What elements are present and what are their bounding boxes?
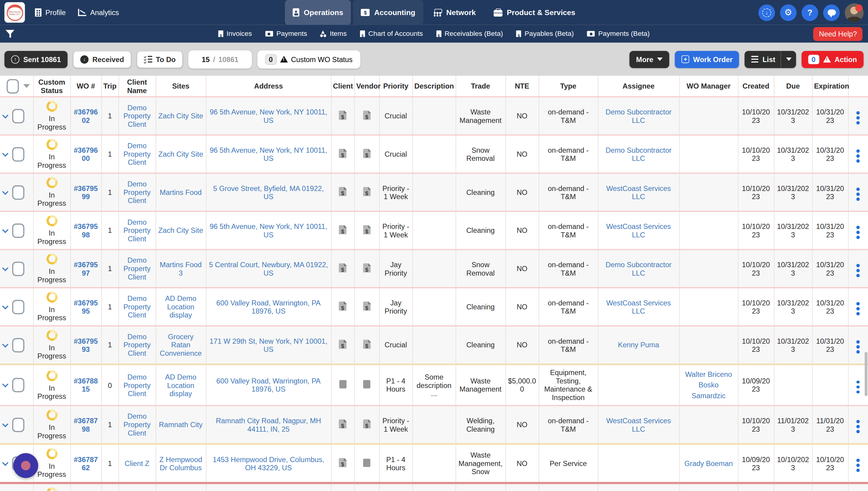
wo-number-link[interactable]: #3678815 — [74, 377, 98, 394]
row-expand-chevron-icon[interactable] — [2, 188, 8, 195]
row-kebab-menu-icon[interactable] — [857, 187, 860, 201]
site-link[interactable]: Martins Food — [160, 188, 202, 196]
address-link[interactable]: 1453 Hempwood Drive, Columbus, OH 43229,… — [213, 455, 324, 472]
action-button[interactable]: 0 Action — [802, 51, 864, 68]
need-help-button[interactable]: Need Help? — [813, 27, 863, 41]
module-tab-accounting[interactable]: Accounting — [353, 0, 423, 25]
download-button[interactable]: ↓ — [758, 4, 775, 21]
wo-number-link[interactable]: #3679598 — [74, 222, 98, 238]
assignee-link[interactable]: WestCoast Services LLC — [606, 184, 671, 201]
site-link[interactable]: Martins Food 3 — [160, 260, 202, 277]
row-kebab-menu-icon[interactable] — [857, 459, 860, 472]
client-name-link[interactable]: Demo Property Client — [123, 218, 150, 243]
assignee-link[interactable]: WestCoast Services LLC — [606, 298, 671, 315]
column-header-client-name[interactable]: Client Name — [118, 76, 156, 97]
help-button[interactable]: ? — [802, 4, 818, 21]
site-link[interactable]: Ramnath City — [159, 421, 202, 429]
row-kebab-menu-icon[interactable] — [857, 264, 860, 277]
address-link[interactable]: 96 5th Avenue, New York, NY 10011, US — [210, 108, 327, 124]
client-invoice-icon[interactable] — [339, 263, 346, 272]
row-kebab-menu-icon[interactable] — [857, 302, 860, 315]
subnav-item-invoices[interactable]: Invoices — [218, 30, 252, 38]
wo-manager-link[interactable]: Grady Boeman — [682, 458, 735, 469]
site-link[interactable]: Zach City Site — [158, 150, 203, 158]
column-header-trade[interactable]: Trade — [456, 76, 505, 97]
vendor-invoice-icon[interactable] — [363, 419, 371, 428]
site-link[interactable]: Zach City Site — [158, 226, 203, 235]
column-header-trip[interactable]: Trip — [101, 76, 118, 97]
column-header-nte[interactable]: NTE — [505, 76, 539, 97]
vendor-invoice-icon[interactable] — [363, 110, 371, 120]
subnav-item-payments[interactable]: Payments — [265, 30, 307, 38]
address-link[interactable]: 96 5th Avenue, New York, NY 10011, US — [210, 222, 327, 238]
client-invoice-icon[interactable] — [339, 148, 346, 158]
assignee-link[interactable]: WestCoast Services LLC — [606, 222, 671, 238]
client-invoice-icon[interactable] — [339, 110, 346, 120]
row-checkbox[interactable] — [12, 417, 24, 432]
vendor-invoice-icon[interactable] — [363, 148, 371, 158]
vendor-invoice-icon[interactable] — [363, 225, 371, 234]
client-invoice-icon[interactable] — [339, 225, 346, 234]
client-name-link[interactable]: Demo Property Client — [123, 256, 150, 281]
wo-number-link[interactable]: #3679597 — [74, 260, 98, 277]
row-kebab-menu-icon[interactable] — [857, 149, 860, 162]
subnav-item-chart-of-accounts[interactable]: Chart of Accounts — [360, 30, 423, 38]
sent-filter-button[interactable]: ↑ Sent 10861 — [4, 51, 67, 68]
address-link[interactable]: 96 5th Avenue, New York, NY 10011, US — [210, 146, 327, 162]
assignee-link[interactable]: Demo Subcontractor LLC — [606, 108, 672, 124]
column-header-wo-manager[interactable]: WO Manager — [679, 76, 738, 97]
client-invoice-icon[interactable] — [339, 187, 346, 196]
row-kebab-menu-icon[interactable] — [857, 340, 860, 353]
wo-number-link[interactable]: #3678762 — [74, 455, 98, 472]
wo-number-link[interactable]: #3678798 — [74, 416, 98, 433]
client-name-link[interactable]: Demo Property Client — [123, 294, 150, 319]
vendor-invoice-icon[interactable] — [363, 263, 371, 272]
client-invoice-icon[interactable] — [339, 340, 346, 349]
address-link[interactable]: 5 Grove Street, Byfield, MA 01922, US — [213, 184, 324, 201]
client-invoice-icon[interactable] — [339, 419, 346, 428]
module-tab-network[interactable]: Network — [425, 0, 483, 25]
custom-wo-status-pill[interactable]: 0 Custom WO Status — [257, 50, 360, 68]
wo-number-link[interactable]: #3679593 — [74, 337, 98, 353]
address-link[interactable]: 171 W 29th St, New York, NY 10001, US — [209, 337, 327, 353]
column-header-expiration[interactable]: Expiration — [812, 76, 848, 97]
column-header-vendor[interactable]: Vendor — [355, 76, 380, 97]
row-checkbox[interactable] — [12, 300, 24, 314]
row-kebab-menu-icon[interactable] — [857, 420, 860, 433]
row-kebab-menu-icon[interactable] — [857, 111, 860, 124]
wo-number-link[interactable]: #3679602 — [74, 108, 98, 124]
new-work-order-button[interactable]: + Work Order — [675, 51, 739, 68]
client-name-link[interactable]: Demo Property Client — [123, 103, 150, 128]
address-link[interactable]: 5 Central Court, Newbury, MA 01922, US — [209, 260, 328, 277]
client-name-link[interactable]: Demo Property Client — [123, 180, 150, 205]
chat-button[interactable] — [823, 4, 840, 21]
row-kebab-menu-icon[interactable] — [857, 226, 860, 238]
wo-number-link[interactable]: #3679600 — [74, 146, 98, 162]
row-expand-chevron-icon[interactable] — [2, 265, 8, 271]
client-name-link[interactable]: Demo Property Client — [123, 373, 150, 398]
column-header-address[interactable]: Address — [206, 76, 331, 97]
received-filter-button[interactable]: ↓ Received — [73, 51, 131, 68]
row-expand-chevron-icon[interactable] — [2, 341, 8, 347]
subnav-item-payables-beta[interactable]: Payables (Beta) — [516, 30, 574, 38]
module-tab-product-services[interactable]: Product & Services — [486, 0, 583, 25]
address-link[interactable]: 600 Valley Road, Warrington, PA 18976, U… — [216, 298, 321, 315]
row-expand-chevron-icon[interactable] — [2, 150, 8, 156]
client-name-link[interactable]: Demo Property Client — [123, 412, 150, 437]
wo-manager-link[interactable]: Bosko Samardzic — [682, 379, 735, 401]
row-expand-chevron-icon[interactable] — [2, 381, 8, 387]
row-expand-chevron-icon[interactable] — [2, 459, 8, 466]
client-invoice-icon[interactable] — [339, 301, 346, 311]
row-checkbox[interactable] — [12, 185, 24, 199]
vendor-invoice-icon[interactable] — [363, 301, 371, 311]
column-header-due[interactable]: Due — [774, 76, 812, 97]
nav-item-analytics[interactable]: Analytics — [78, 8, 119, 17]
company-logo[interactable]: Demo Service Broker LLC — [4, 2, 25, 23]
site-link[interactable]: Z Hempwood Dr Columbus — [160, 455, 202, 472]
view-chevron-down-icon[interactable] — [786, 58, 791, 61]
column-header-client[interactable]: Client — [331, 76, 354, 97]
site-link[interactable]: Grocery Ratan Convenience — [160, 333, 202, 357]
select-dropdown-caret-icon[interactable] — [23, 84, 30, 88]
client-square-icon[interactable] — [339, 380, 346, 388]
column-header-assignee[interactable]: Assignee — [598, 76, 679, 97]
